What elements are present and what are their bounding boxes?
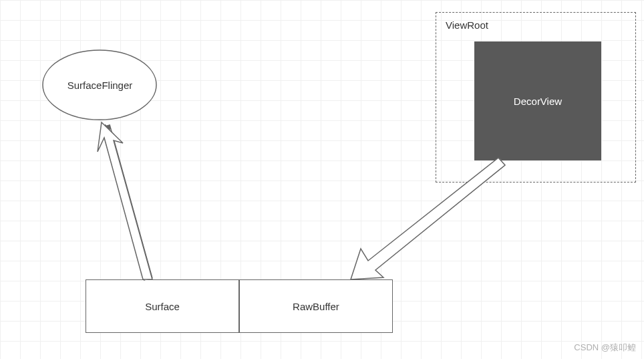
surface-node: Surface (86, 279, 239, 333)
decor-view-node: DecorView (474, 41, 601, 160)
view-root-label: ViewRoot (446, 19, 488, 31)
arrow-surface-to-flinger (106, 126, 148, 279)
raw-buffer-label: RawBuffer (293, 301, 339, 312)
svg-line-1 (107, 130, 148, 279)
hollow-arrow-surface-to-flinger (98, 122, 152, 279)
surface-flinger-label: SurfaceFlinger (41, 48, 158, 122)
svg-marker-3 (98, 122, 152, 279)
raw-buffer-node: RawBuffer (239, 279, 393, 333)
decor-view-label: DecorView (514, 96, 562, 107)
watermark-text: CSDN @猿叩鳇 (574, 342, 636, 354)
surface-label: Surface (145, 301, 180, 312)
